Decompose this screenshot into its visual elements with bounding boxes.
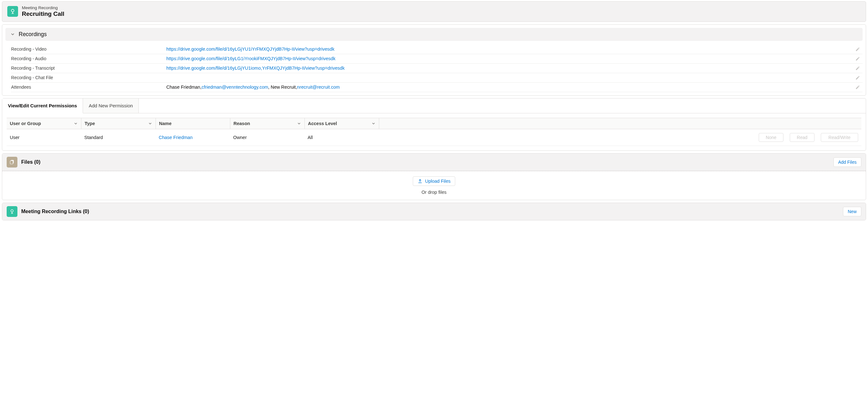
chevron-down-icon[interactable] [10, 31, 16, 37]
attendee-text: , New Recruit, [268, 85, 297, 90]
recordings-title: Recordings [19, 31, 47, 38]
column-name[interactable]: Name [156, 118, 230, 129]
cell-access-level: All [304, 129, 379, 146]
field-label: Recording - Transcript [11, 66, 166, 71]
permissions-panel: View/Edit Current Permissions Add New Pe… [2, 98, 866, 151]
permissions-table: User or Group Type Name Reason Access Le… [7, 118, 861, 146]
header-titles: Meeting Recording Recruiting Call [22, 5, 64, 18]
permission-none-button[interactable]: None [759, 133, 783, 142]
upload-files-label: Upload Files [425, 179, 451, 184]
svg-point-0 [11, 9, 14, 12]
table-header-row: User or Group Type Name Reason Access Le… [7, 118, 861, 129]
permission-read-button[interactable]: Read [790, 133, 814, 142]
meeting-recording-icon [7, 6, 18, 17]
upload-files-button[interactable]: Upload Files [413, 176, 456, 186]
files-icon [7, 157, 18, 167]
page-title: Recruiting Call [22, 10, 64, 18]
chevron-down-icon [371, 121, 376, 126]
permission-read-write-button[interactable]: Read/Write [821, 133, 858, 142]
column-type[interactable]: Type [81, 118, 156, 129]
attendee-email-link[interactable]: nrecruit@recruit.com [297, 85, 340, 90]
permission-name-link[interactable]: Chase Friedman [159, 135, 193, 140]
column-label: User or Group [10, 121, 41, 126]
cell-type: Standard [81, 129, 156, 146]
tab-view-edit-permissions[interactable]: View/Edit Current Permissions [2, 98, 83, 114]
add-files-button[interactable]: Add Files [834, 157, 861, 167]
files-card-header: Files (0) Add Files [2, 154, 866, 171]
recording-transcript-row: Recording - Transcript https://drive.goo… [11, 64, 863, 73]
new-link-button[interactable]: New [843, 207, 861, 216]
cell-actions: None Read Read/Write [379, 129, 861, 146]
files-title: Files (0) [21, 159, 40, 165]
header-eyebrow: Meeting Recording [22, 5, 64, 10]
recording-audio-link[interactable]: https://drive.google.com/file/d/16yLG1iY… [166, 56, 336, 61]
recording-transcript-link[interactable]: https://drive.google.com/file/d/16yLGjYU… [166, 66, 345, 71]
attendee-email-link[interactable]: cfriedman@venntechnology.com [202, 85, 268, 90]
column-user-or-group[interactable]: User or Group [7, 118, 81, 129]
recordings-section-header[interactable]: Recordings [5, 28, 863, 41]
field-label: Recording - Chat File [11, 75, 166, 80]
recordings-panel: Recordings Recording - Video https://dri… [2, 24, 866, 96]
field-value: https://drive.google.com/file/d/16yLG1iY… [166, 56, 852, 61]
chevron-down-icon [73, 121, 78, 126]
cell-user-or-group: User [7, 129, 81, 146]
meeting-recording-links-icon [7, 206, 18, 217]
recordings-list: Recording - Video https://drive.google.c… [2, 44, 866, 95]
attendees-row: Attendees Chase Friedman, cfriedman@venn… [11, 83, 863, 92]
column-reason[interactable]: Reason [230, 118, 304, 129]
attendee-text: Chase Friedman, [166, 85, 202, 90]
meeting-recording-links-card: Meeting Recording Links (0) New [2, 203, 866, 220]
table-row: User Standard Chase Friedman Owner All N… [7, 129, 861, 146]
links-card-header: Meeting Recording Links (0) New [2, 203, 866, 220]
recording-chatfile-row: Recording - Chat File [11, 73, 863, 83]
column-label: Name [159, 121, 172, 126]
svg-point-3 [11, 210, 13, 212]
permissions-tabs: View/Edit Current Permissions Add New Pe… [2, 98, 866, 114]
edit-icon[interactable] [852, 47, 863, 52]
links-title: Meeting Recording Links (0) [21, 209, 89, 214]
chevron-down-icon [297, 121, 301, 126]
files-dropzone[interactable]: Upload Files Or drop files [2, 171, 866, 200]
column-access-level[interactable]: Access Level [304, 118, 379, 129]
page-header: Meeting Recording Recruiting Call [2, 1, 866, 22]
tab-add-new-permission[interactable]: Add New Permission [83, 98, 139, 113]
attendees-value: Chase Friedman, cfriedman@venntechnology… [166, 85, 852, 90]
edit-icon[interactable] [852, 56, 863, 61]
field-label: Recording - Video [11, 46, 166, 52]
chevron-down-icon [148, 121, 152, 126]
drop-files-text: Or drop files [422, 190, 447, 195]
upload-icon [417, 179, 423, 184]
column-actions [379, 118, 861, 129]
field-value: https://drive.google.com/file/d/16yLGjYU… [166, 66, 852, 71]
column-label: Access Level [308, 121, 337, 126]
column-label: Reason [234, 121, 250, 126]
field-value: https://drive.google.com/file/d/16yLGjYU… [166, 46, 852, 52]
recording-audio-row: Recording - Audio https://drive.google.c… [11, 54, 863, 64]
edit-icon[interactable] [852, 85, 863, 90]
cell-name: Chase Friedman [156, 129, 230, 146]
edit-icon[interactable] [852, 75, 863, 80]
svg-rect-2 [10, 161, 13, 164]
files-card: Files (0) Add Files Upload Files Or drop… [2, 153, 866, 200]
edit-icon[interactable] [852, 66, 863, 71]
column-label: Type [85, 121, 95, 126]
recording-video-row: Recording - Video https://drive.google.c… [11, 45, 863, 54]
field-label: Attendees [11, 85, 166, 90]
cell-reason: Owner [230, 129, 304, 146]
recording-video-link[interactable]: https://drive.google.com/file/d/16yLGjYU… [166, 46, 335, 52]
field-label: Recording - Audio [11, 56, 166, 61]
